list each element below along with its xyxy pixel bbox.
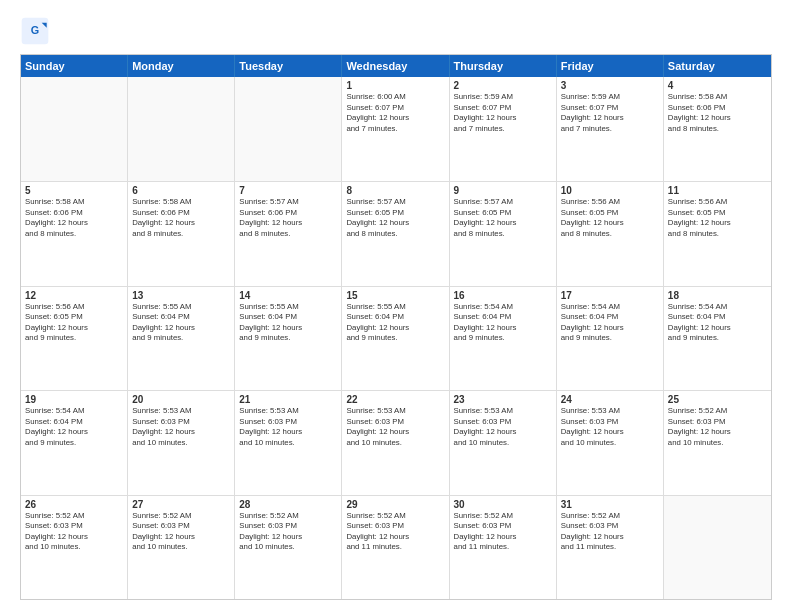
day-info: Sunrise: 5:52 AMSunset: 6:03 PMDaylight:…	[454, 511, 552, 553]
day-number: 20	[132, 394, 230, 405]
day-info: Sunrise: 5:52 AMSunset: 6:03 PMDaylight:…	[668, 406, 767, 448]
day-info: Sunrise: 5:56 AMSunset: 6:05 PMDaylight:…	[561, 197, 659, 239]
calendar-row-3: 12Sunrise: 5:56 AMSunset: 6:05 PMDayligh…	[21, 286, 771, 390]
day-cell-3: 3Sunrise: 5:59 AMSunset: 6:07 PMDaylight…	[557, 77, 664, 181]
day-info: Sunrise: 5:53 AMSunset: 6:03 PMDaylight:…	[454, 406, 552, 448]
day-cell-2: 2Sunrise: 5:59 AMSunset: 6:07 PMDaylight…	[450, 77, 557, 181]
day-cell-23: 23Sunrise: 5:53 AMSunset: 6:03 PMDayligh…	[450, 391, 557, 494]
day-cell-21: 21Sunrise: 5:53 AMSunset: 6:03 PMDayligh…	[235, 391, 342, 494]
header: G	[20, 16, 772, 46]
day-info: Sunrise: 5:53 AMSunset: 6:03 PMDaylight:…	[346, 406, 444, 448]
day-info: Sunrise: 5:57 AMSunset: 6:05 PMDaylight:…	[346, 197, 444, 239]
empty-cell	[235, 77, 342, 181]
day-number: 26	[25, 499, 123, 510]
day-info: Sunrise: 5:53 AMSunset: 6:03 PMDaylight:…	[132, 406, 230, 448]
day-info: Sunrise: 5:56 AMSunset: 6:05 PMDaylight:…	[668, 197, 767, 239]
day-number: 1	[346, 80, 444, 91]
header-day-thursday: Thursday	[450, 55, 557, 77]
day-info: Sunrise: 5:55 AMSunset: 6:04 PMDaylight:…	[132, 302, 230, 344]
day-cell-5: 5Sunrise: 5:58 AMSunset: 6:06 PMDaylight…	[21, 182, 128, 285]
day-number: 16	[454, 290, 552, 301]
day-number: 23	[454, 394, 552, 405]
day-number: 2	[454, 80, 552, 91]
day-number: 12	[25, 290, 123, 301]
day-number: 19	[25, 394, 123, 405]
day-info: Sunrise: 5:52 AMSunset: 6:03 PMDaylight:…	[132, 511, 230, 553]
day-cell-13: 13Sunrise: 5:55 AMSunset: 6:04 PMDayligh…	[128, 287, 235, 390]
day-number: 3	[561, 80, 659, 91]
logo-icon: G	[20, 16, 50, 46]
day-number: 9	[454, 185, 552, 196]
day-info: Sunrise: 5:54 AMSunset: 6:04 PMDaylight:…	[561, 302, 659, 344]
empty-cell	[21, 77, 128, 181]
day-number: 25	[668, 394, 767, 405]
day-cell-29: 29Sunrise: 5:52 AMSunset: 6:03 PMDayligh…	[342, 496, 449, 599]
day-cell-1: 1Sunrise: 6:00 AMSunset: 6:07 PMDaylight…	[342, 77, 449, 181]
day-cell-27: 27Sunrise: 5:52 AMSunset: 6:03 PMDayligh…	[128, 496, 235, 599]
day-info: Sunrise: 5:59 AMSunset: 6:07 PMDaylight:…	[561, 92, 659, 134]
day-info: Sunrise: 5:54 AMSunset: 6:04 PMDaylight:…	[668, 302, 767, 344]
day-cell-16: 16Sunrise: 5:54 AMSunset: 6:04 PMDayligh…	[450, 287, 557, 390]
calendar: SundayMondayTuesdayWednesdayThursdayFrid…	[20, 54, 772, 600]
day-cell-14: 14Sunrise: 5:55 AMSunset: 6:04 PMDayligh…	[235, 287, 342, 390]
day-cell-24: 24Sunrise: 5:53 AMSunset: 6:03 PMDayligh…	[557, 391, 664, 494]
day-cell-7: 7Sunrise: 5:57 AMSunset: 6:06 PMDaylight…	[235, 182, 342, 285]
day-info: Sunrise: 5:52 AMSunset: 6:03 PMDaylight:…	[25, 511, 123, 553]
calendar-body: 1Sunrise: 6:00 AMSunset: 6:07 PMDaylight…	[21, 77, 771, 599]
empty-cell	[664, 496, 771, 599]
day-info: Sunrise: 5:59 AMSunset: 6:07 PMDaylight:…	[454, 92, 552, 134]
day-number: 22	[346, 394, 444, 405]
day-info: Sunrise: 5:54 AMSunset: 6:04 PMDaylight:…	[454, 302, 552, 344]
logo: G	[20, 16, 52, 46]
day-info: Sunrise: 5:53 AMSunset: 6:03 PMDaylight:…	[239, 406, 337, 448]
day-info: Sunrise: 5:57 AMSunset: 6:06 PMDaylight:…	[239, 197, 337, 239]
day-cell-6: 6Sunrise: 5:58 AMSunset: 6:06 PMDaylight…	[128, 182, 235, 285]
day-number: 8	[346, 185, 444, 196]
day-number: 11	[668, 185, 767, 196]
calendar-row-4: 19Sunrise: 5:54 AMSunset: 6:04 PMDayligh…	[21, 390, 771, 494]
day-number: 17	[561, 290, 659, 301]
svg-text:G: G	[31, 24, 39, 36]
day-info: Sunrise: 5:58 AMSunset: 6:06 PMDaylight:…	[668, 92, 767, 134]
calendar-row-1: 1Sunrise: 6:00 AMSunset: 6:07 PMDaylight…	[21, 77, 771, 181]
day-info: Sunrise: 5:57 AMSunset: 6:05 PMDaylight:…	[454, 197, 552, 239]
day-number: 18	[668, 290, 767, 301]
day-info: Sunrise: 5:58 AMSunset: 6:06 PMDaylight:…	[132, 197, 230, 239]
day-number: 13	[132, 290, 230, 301]
day-number: 6	[132, 185, 230, 196]
day-cell-22: 22Sunrise: 5:53 AMSunset: 6:03 PMDayligh…	[342, 391, 449, 494]
day-cell-20: 20Sunrise: 5:53 AMSunset: 6:03 PMDayligh…	[128, 391, 235, 494]
day-cell-11: 11Sunrise: 5:56 AMSunset: 6:05 PMDayligh…	[664, 182, 771, 285]
day-info: Sunrise: 5:58 AMSunset: 6:06 PMDaylight:…	[25, 197, 123, 239]
day-number: 7	[239, 185, 337, 196]
day-info: Sunrise: 5:55 AMSunset: 6:04 PMDaylight:…	[239, 302, 337, 344]
day-cell-9: 9Sunrise: 5:57 AMSunset: 6:05 PMDaylight…	[450, 182, 557, 285]
day-cell-10: 10Sunrise: 5:56 AMSunset: 6:05 PMDayligh…	[557, 182, 664, 285]
day-number: 5	[25, 185, 123, 196]
header-day-monday: Monday	[128, 55, 235, 77]
day-info: Sunrise: 5:55 AMSunset: 6:04 PMDaylight:…	[346, 302, 444, 344]
day-number: 29	[346, 499, 444, 510]
page: G SundayMondayTuesdayWednesdayThursdayFr…	[0, 0, 792, 612]
day-info: Sunrise: 5:52 AMSunset: 6:03 PMDaylight:…	[239, 511, 337, 553]
header-day-friday: Friday	[557, 55, 664, 77]
day-cell-25: 25Sunrise: 5:52 AMSunset: 6:03 PMDayligh…	[664, 391, 771, 494]
header-day-wednesday: Wednesday	[342, 55, 449, 77]
day-cell-15: 15Sunrise: 5:55 AMSunset: 6:04 PMDayligh…	[342, 287, 449, 390]
empty-cell	[128, 77, 235, 181]
day-cell-8: 8Sunrise: 5:57 AMSunset: 6:05 PMDaylight…	[342, 182, 449, 285]
day-info: Sunrise: 5:52 AMSunset: 6:03 PMDaylight:…	[346, 511, 444, 553]
calendar-row-5: 26Sunrise: 5:52 AMSunset: 6:03 PMDayligh…	[21, 495, 771, 599]
day-number: 31	[561, 499, 659, 510]
day-cell-12: 12Sunrise: 5:56 AMSunset: 6:05 PMDayligh…	[21, 287, 128, 390]
day-number: 30	[454, 499, 552, 510]
day-number: 10	[561, 185, 659, 196]
header-day-tuesday: Tuesday	[235, 55, 342, 77]
day-number: 28	[239, 499, 337, 510]
day-cell-30: 30Sunrise: 5:52 AMSunset: 6:03 PMDayligh…	[450, 496, 557, 599]
day-info: Sunrise: 6:00 AMSunset: 6:07 PMDaylight:…	[346, 92, 444, 134]
day-cell-28: 28Sunrise: 5:52 AMSunset: 6:03 PMDayligh…	[235, 496, 342, 599]
day-cell-31: 31Sunrise: 5:52 AMSunset: 6:03 PMDayligh…	[557, 496, 664, 599]
day-number: 27	[132, 499, 230, 510]
day-number: 14	[239, 290, 337, 301]
